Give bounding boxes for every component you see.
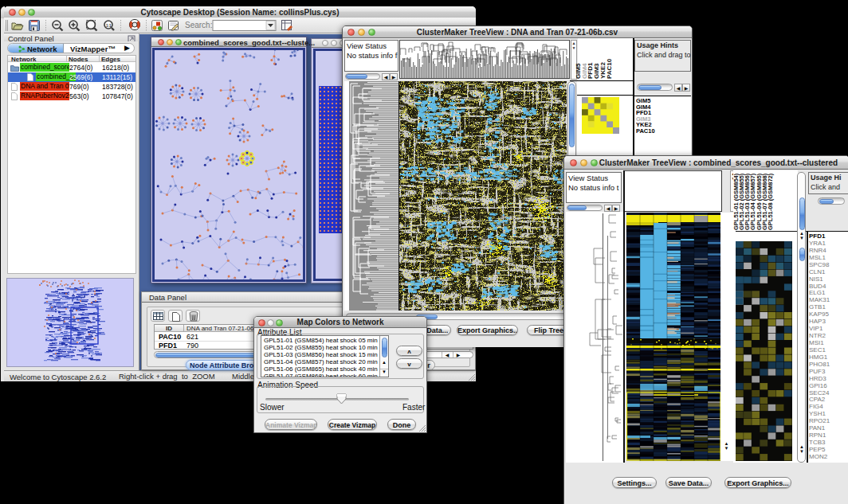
- svg-text:Search:: Search:: [185, 21, 212, 29]
- svg-text:1:1: 1:1: [106, 24, 112, 28]
